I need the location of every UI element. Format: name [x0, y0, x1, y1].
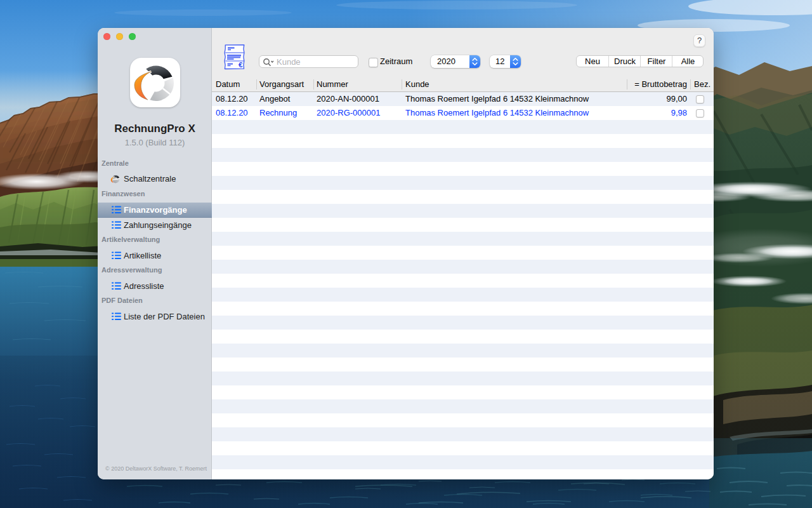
svg-text:€: €	[239, 61, 243, 69]
